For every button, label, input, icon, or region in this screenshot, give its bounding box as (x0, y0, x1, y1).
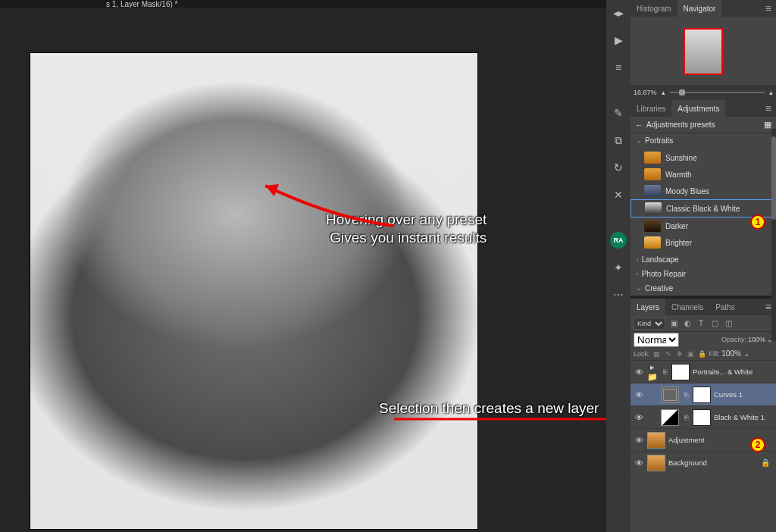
layers-lock-row: Lock: ▦ ✎ ✥ ▣ 🔒 Fill: 100% ⌄ (630, 347, 776, 361)
tab-adjustments[interactable]: Adjustments (671, 100, 725, 117)
layers-blend-row: Normal Opacity: 100% ⌄ (630, 332, 776, 347)
clone-icon[interactable]: ⧉ (610, 132, 627, 149)
zoom-value[interactable]: 16.67% (634, 89, 657, 96)
grid-view-icon[interactable]: ▦ (764, 120, 771, 130)
lock-trans-icon[interactable]: ▦ (652, 350, 662, 358)
tab-libraries[interactable]: Libraries (630, 100, 671, 117)
tab-channels[interactable]: Channels (665, 299, 709, 315)
chevron-right-icon: › (637, 256, 639, 263)
panel-scrollbar[interactable] (771, 129, 776, 341)
visibility-icon[interactable]: 👁 (634, 413, 644, 422)
preset-brighter[interactable]: Brighter (630, 234, 776, 251)
link-icon: ⎘ (682, 391, 690, 399)
link-icon: ⎘ (661, 368, 668, 376)
lock-pixel-icon[interactable]: ✎ (664, 350, 673, 358)
adjustments-panel: ← Adjustments presets ▦ ⌄ Portraits Suns… (630, 117, 776, 296)
visibility-icon[interactable]: 👁 (634, 390, 644, 399)
close-panel-icon[interactable]: ✕ (610, 186, 627, 203)
lock-pos-icon[interactable]: ✥ (675, 350, 684, 358)
layer-thumb[interactable] (647, 455, 665, 471)
tab-layers[interactable]: Layers (630, 299, 665, 315)
visibility-icon[interactable]: 👁 (634, 368, 644, 377)
filter-type-icon[interactable]: T (696, 319, 706, 327)
filter-shape-icon[interactable]: ▢ (709, 319, 720, 327)
callout-1: 1 (750, 214, 765, 230)
filter-adjust-icon[interactable]: ◐ (682, 319, 693, 327)
layer-thumb[interactable] (661, 409, 679, 426)
preset-group-photo-repair[interactable]: › Photo Repair (630, 267, 776, 281)
user-avatar[interactable]: RA (610, 232, 627, 249)
layer-mask-thumb[interactable] (671, 364, 690, 380)
navigator-zoom-bar: 16.67% ▴ ▴ (630, 85, 776, 100)
zoom-in-icon[interactable]: ▴ (769, 89, 773, 96)
history-icon[interactable]: ↻ (610, 159, 627, 176)
tab-paths[interactable]: Paths (709, 299, 741, 315)
link-icon: ⎘ (682, 414, 690, 421)
annotation-hover: Hovering over any preset Gives you insta… (326, 211, 487, 247)
panel-menu-icon[interactable]: ≡ (761, 5, 776, 12)
portraits-preset-list: Sunshine Warmth Moody Blues Classic Blac… (630, 148, 776, 252)
preset-group-creative[interactable]: ⌄ Creative (630, 281, 776, 296)
chevron-down-icon[interactable]: ⌄ (743, 349, 749, 358)
layer-mask-thumb[interactable] (693, 409, 711, 426)
panel-menu-icon[interactable]: ≡ (761, 105, 776, 112)
more-icon[interactable]: ⋯ (610, 286, 627, 303)
expand-icon[interactable]: ◂▸ (610, 5, 627, 21)
layer-curves-1[interactable]: 👁 ⎘ Curves 1 (630, 383, 776, 406)
callout-2: 2 (750, 437, 765, 452)
lock-icon[interactable]: 🔒 (761, 458, 773, 467)
zoom-out-icon[interactable]: ▴ (662, 89, 665, 96)
back-icon[interactable]: ← (635, 120, 643, 130)
navigator-thumbnail[interactable] (684, 28, 723, 75)
tab-histogram[interactable]: Histogram (630, 0, 677, 17)
navigator-tabs: Histogram Navigator ≡ (630, 0, 776, 17)
layers-panel: Kind ▣ ◐ T ▢ ◫ Normal Opacity: 100% ⌄ Lo… (630, 315, 776, 532)
chevron-right-icon: › (637, 271, 639, 277)
right-panel-column: Histogram Navigator ≡ 16.67% ▴ ▴ Librari… (630, 0, 776, 532)
brush-icon[interactable]: ✎ (610, 105, 627, 121)
adjustments-tabs: Libraries Adjustments ≡ (630, 100, 776, 117)
preset-warmth[interactable]: Warmth (630, 166, 776, 183)
sparkle-icon[interactable]: ✦ (610, 259, 627, 276)
adjustments-header: ← Adjustments presets ▦ (630, 117, 776, 133)
layer-mask-thumb[interactable] (693, 386, 711, 403)
chevron-down-icon: ⌄ (637, 137, 642, 144)
lock-artboard-icon[interactable]: ▣ (687, 350, 696, 358)
preset-sunshine[interactable]: Sunshine (630, 149, 776, 166)
layer-group-portraits[interactable]: 👁 ▸📁 ⎘ Portraits... & White (630, 361, 776, 383)
vertical-toolbar: ◂▸ ▶ ≡ ✎ ⧉ ↻ ✕ RA ✦ ⋯ (606, 0, 630, 532)
canvas-area (0, 8, 606, 532)
preset-moody-blues[interactable]: Moody Blues (630, 183, 776, 199)
folder-icon: ▸📁 (647, 362, 658, 382)
preset-group-landscape[interactable]: › Landscape (630, 252, 776, 267)
filter-smart-icon[interactable]: ◫ (723, 319, 734, 327)
document-canvas[interactable] (30, 53, 477, 529)
play-icon[interactable]: ▶ (610, 32, 627, 49)
image-content (30, 53, 477, 529)
navigator-panel (630, 17, 776, 85)
blend-mode-select[interactable]: Normal (634, 333, 679, 347)
tab-navigator[interactable]: Navigator (677, 0, 722, 17)
settings-icon[interactable]: ≡ (610, 59, 627, 76)
adjustments-title: Adjustments presets (646, 120, 715, 129)
layer-kind-select[interactable]: Kind (634, 318, 665, 330)
window-title: s 1, Layer Mask/16) * (0, 0, 177, 8)
visibility-icon[interactable]: 👁 (634, 458, 644, 468)
layer-thumb[interactable] (661, 386, 679, 403)
lock-all-icon[interactable]: 🔒 (698, 350, 707, 358)
layer-thumb[interactable] (647, 432, 665, 449)
layers-filter-row: Kind ▣ ◐ T ▢ ◫ (630, 315, 776, 332)
chevron-down-icon: ⌄ (637, 285, 642, 292)
layer-black-white-1[interactable]: 👁 ⎘ Black & White 1 (630, 406, 776, 429)
preset-group-portraits[interactable]: ⌄ Portraits (630, 133, 776, 148)
zoom-slider[interactable] (670, 92, 765, 93)
visibility-icon[interactable]: 👁 (634, 436, 644, 445)
layers-tabs: Layers Channels Paths ≡ (630, 299, 776, 315)
filter-pixel-icon[interactable]: ▣ (668, 319, 679, 327)
layer-background[interactable]: 👁 Background 🔒 (630, 452, 776, 474)
